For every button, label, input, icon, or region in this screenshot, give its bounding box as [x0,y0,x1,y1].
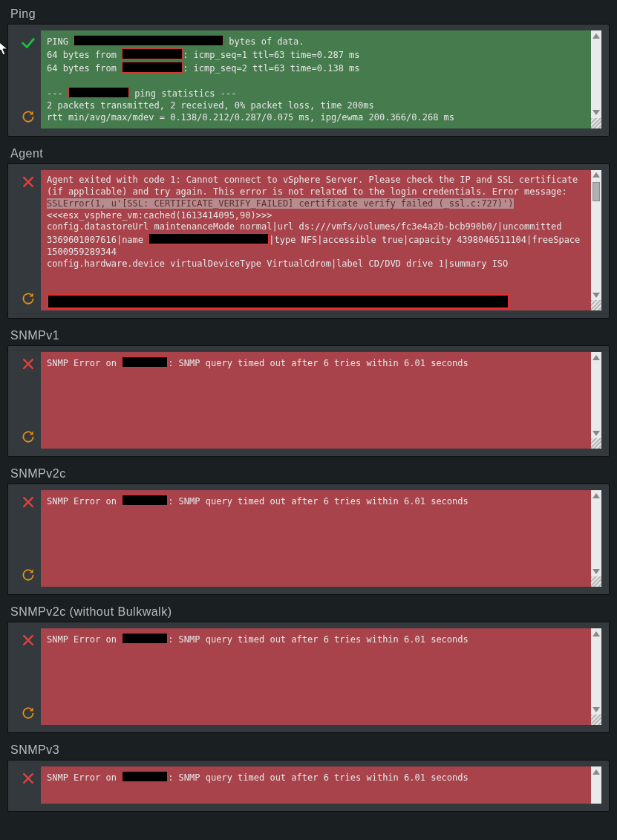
snmpv2c-nobulk-panel: SNMP Error on : SNMP query timed out aft… [7,622,610,733]
snmpv2c-nobulk-title: SNMPv2c (without Bulkwalk) [10,605,617,619]
scrollbar[interactable] [591,170,601,311]
cross-icon [21,175,36,189]
diagnostics-page: Ping PING bytes of data. 64 bytes from :… [0,0,617,812]
cross-icon [21,771,36,786]
snmpv2c-panel: SNMP Error on : SNMP query timed out aft… [7,484,610,595]
resize-grip-icon[interactable] [591,118,601,128]
snmp-suffix: : SNMP query timed out after 6 tries wit… [168,358,469,368]
cross-icon [21,495,36,509]
snmpv1-icon-column [16,352,41,449]
ping-output[interactable]: PING bytes of data. 64 bytes from : icmp… [41,30,591,128]
reload-icon[interactable] [21,429,36,444]
scroll-up-icon[interactable] [591,170,601,180]
ping-line1-suffix: bytes of data. [223,36,304,47]
ping-summary2: rtt min/avg/max/mdev = 0.138/0.212/0.287… [47,112,454,123]
scroll-down-icon[interactable] [591,428,601,438]
scroll-down-icon[interactable] [591,566,601,576]
redacted-ip [122,62,183,73]
resize-grip-icon[interactable] [591,714,601,725]
snmpv1-title: SNMPv1 [10,329,617,342]
scrollbar[interactable] [591,352,601,449]
reload-icon[interactable] [21,706,36,720]
agent-hw-line: config.hardware.device virtualDeviceType… [47,258,508,269]
ping-title: Ping [10,7,617,21]
agent-cache-line: <<<esx_vsphere_vm:cached(1613414095,90)>… [47,210,272,221]
scroll-track[interactable] [591,180,601,290]
redacted-ip [122,48,183,59]
scroll-track[interactable] [591,639,601,704]
ping-bytes2-prefix: 64 bytes from [47,63,122,74]
scrollbar[interactable] [591,766,601,804]
scrollbar[interactable] [591,628,601,725]
ping-panel: PING bytes of data. 64 bytes from : icmp… [7,24,610,137]
snmp-prefix: SNMP Error on [47,772,122,783]
scroll-track[interactable] [591,777,601,804]
agent-err-line: Agent exited with code 1: Cannot connect… [47,175,583,197]
snmpv2c-title: SNMPv2c [10,467,617,481]
snmpv2c-icon-column [16,490,41,587]
redacted-host [74,35,223,46]
snmp-prefix: SNMP Error on [47,358,122,368]
ping-stats-suffix: ping statistics --- [129,88,237,99]
scroll-track[interactable] [591,501,601,566]
agent-title: Agent [10,147,617,160]
snmpv1-output[interactable]: SNMP Error on : SNMP query timed out aft… [41,352,591,449]
scroll-down-icon[interactable] [591,704,601,714]
resize-grip-icon[interactable] [591,576,601,587]
reload-icon[interactable] [21,567,36,582]
scroll-up-icon[interactable] [591,490,601,501]
check-icon [20,35,36,51]
cross-icon [21,356,36,371]
scroll-up-icon[interactable] [591,766,601,777]
snmpv2c-nobulk-icon-column [16,628,41,725]
ping-icon-column [16,30,41,128]
snmpv2c-output[interactable]: SNMP Error on : SNMP query timed out aft… [41,490,591,587]
scroll-down-icon[interactable] [591,108,601,118]
snmpv3-icon-column [16,766,41,804]
scroll-track[interactable] [591,362,601,428]
snmpv3-output[interactable]: SNMP Error on : SNMP query timed out aft… [41,766,591,804]
snmpv2c-nobulk-output[interactable]: SNMP Error on : SNMP query timed out aft… [41,628,591,725]
scrollbar[interactable] [591,30,601,128]
snmpv3-panel: SNMP Error on : SNMP query timed out aft… [7,760,610,812]
ping-stats-prefix: --- [47,88,68,99]
reload-icon[interactable] [21,291,36,306]
ping-bytes1-suffix: : icmp_seq=1 ttl=63 time=0.287 ms [183,50,359,60]
redacted-host [68,87,129,98]
resize-grip-icon[interactable] [591,300,601,310]
scroll-thumb[interactable] [592,182,600,201]
snmp-suffix: : SNMP query timed out after 6 tries wit… [168,496,469,507]
scroll-track[interactable] [591,41,601,108]
scroll-down-icon[interactable] [591,290,601,300]
redacted-host [122,633,168,644]
ping-line1-prefix: PING [47,36,74,47]
snmp-prefix: SNMP Error on [47,634,122,645]
redacted-block [47,294,509,309]
agent-output[interactable]: Agent exited with code 1: Cannot connect… [41,170,591,311]
snmpv3-title: SNMPv3 [10,743,617,757]
snmp-suffix: : SNMP query timed out after 6 tries wit… [168,772,469,783]
snmp-suffix: : SNMP query timed out after 6 tries wit… [168,634,469,645]
agent-panel: Agent exited with code 1: Cannot connect… [7,163,610,319]
scrollbar[interactable] [591,490,601,587]
ping-bytes1-prefix: 64 bytes from [47,50,122,60]
scroll-up-icon[interactable] [591,628,601,639]
snmp-prefix: SNMP Error on [47,496,122,507]
cross-icon [21,633,36,648]
scroll-up-icon[interactable] [591,30,601,41]
agent-icon-column [16,170,41,311]
redacted-name [148,233,269,244]
redacted-host [122,495,168,506]
redacted-host [122,771,168,782]
agent-ssl-error: SSLError(1, u'[SSL: CERTIFICATE_VERIFY_F… [47,198,514,209]
resize-grip-icon[interactable] [591,438,601,449]
snmpv1-panel: SNMP Error on : SNMP query timed out aft… [7,345,610,457]
reload-icon[interactable] [21,109,36,124]
redacted-host [122,356,168,368]
scroll-up-icon[interactable] [591,352,601,362]
ping-summary1: 2 packets transmitted, 2 received, 0% pa… [47,100,374,111]
ping-bytes2-suffix: : icmp_seq=2 ttl=63 time=0.138 ms [183,63,359,74]
